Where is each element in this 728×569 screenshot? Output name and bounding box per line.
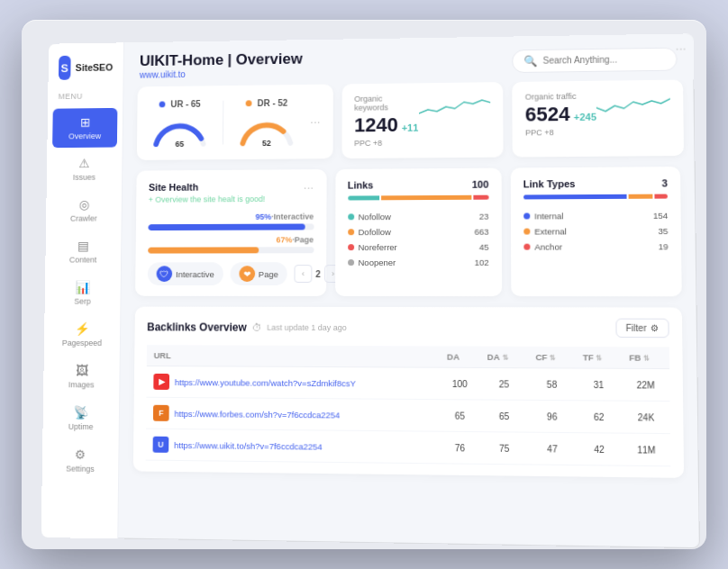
- sidebar-item-issues[interactable]: ⚠ Issues: [51, 149, 116, 188]
- table-row: U https://www.uikit.to/sh?v=7f6ccdca2254…: [146, 429, 671, 466]
- backlinks-header: Backlinks Overview ⏱ Last update 1 day a…: [147, 318, 669, 339]
- sidebar-item-crawler[interactable]: ◎ Crawler: [51, 190, 117, 230]
- ur-label: UR - 65: [159, 99, 201, 109]
- organic-traffic-value: 6524 +245: [525, 103, 596, 127]
- sidebar-item-label: Images: [68, 380, 95, 389]
- logo-icon: S: [59, 56, 70, 80]
- page-progress-row: 67%·Page: [148, 235, 314, 253]
- page-badge-icon: ❤: [239, 266, 255, 282]
- link-types-card: Link Types 3 Internal 154: [510, 167, 681, 296]
- fb-cell: 22M: [622, 368, 670, 401]
- sidebar-item-label: Issues: [73, 173, 96, 182]
- interactive-badge: 🛡 Interactive: [148, 262, 223, 285]
- organic-traffic-inner: Organic traffic 6524 +245 PPC +8: [525, 91, 671, 138]
- organic-keywords-label: Organic keywords: [354, 94, 418, 113]
- favicon: F: [153, 405, 169, 421]
- sidebar-item-serp[interactable]: 📊 Serp: [50, 273, 115, 312]
- page-progress-fill: [148, 247, 259, 253]
- internal-label: Internal: [523, 211, 564, 221]
- backlinks-tbody: ▶ https://www.youtube.com/watch?v=sZdmki…: [146, 366, 671, 465]
- url-text[interactable]: https://www.youtube.com/watch?v=sZdmkif8…: [175, 377, 356, 388]
- sidebar: S SiteSEO Menu ⊞ Overview ⚠ Issues ◎ Cra…: [41, 42, 124, 538]
- serp-icon: 📊: [75, 280, 90, 294]
- sidebar-item-overview[interactable]: ⊞ Overview: [52, 108, 117, 148]
- pagespeed-icon: ⚡: [75, 321, 90, 336]
- link-types-title: Link Types: [523, 178, 576, 189]
- da2-cell: 25: [480, 367, 529, 400]
- internal-value: 154: [653, 211, 669, 221]
- cf-cell: 58: [528, 368, 576, 401]
- filter-icon: ⚙: [651, 323, 659, 333]
- col-cf[interactable]: CF: [528, 347, 576, 368]
- tf-cell: 62: [576, 401, 623, 433]
- sidebar-item-content[interactable]: ▤ Content: [50, 231, 116, 271]
- col-da2[interactable]: DA: [480, 347, 529, 368]
- ur-dr-more[interactable]: ···: [310, 114, 321, 129]
- traffic-sparkline: [596, 91, 670, 117]
- interactive-progress-bg: [148, 223, 314, 230]
- col-url: URL: [147, 345, 440, 367]
- page-suffix: ·Page: [292, 235, 314, 244]
- prev-page-btn[interactable]: ‹: [295, 265, 313, 283]
- links-bar-seg-1: [348, 195, 379, 200]
- sidebar-item-uptime[interactable]: 📡 Uptime: [48, 398, 114, 438]
- crawler-icon: ◎: [78, 197, 89, 212]
- search-input[interactable]: [543, 54, 666, 66]
- anchor-label: Anchor: [523, 242, 562, 252]
- links-title: Links: [348, 180, 374, 191]
- page-progress-bg: [148, 247, 314, 253]
- noopener-value: 102: [474, 257, 488, 267]
- external-value: 35: [658, 226, 668, 236]
- sidebar-item-settings[interactable]: ⚙ Settings: [47, 439, 113, 481]
- url-text[interactable]: https://www.forbes.com/sh?v=7f6ccdca2254: [174, 408, 340, 420]
- link-types-bar-seg-1: [523, 194, 627, 200]
- link-row-noopener: Noopener 102: [348, 255, 489, 270]
- page-badge-label: Page: [259, 269, 278, 279]
- url-text[interactable]: https://www.uikit.to/sh?v=7f6ccdca2254: [174, 439, 323, 451]
- fb-cell: 24K: [622, 401, 670, 433]
- ur-gauge: 65: [149, 112, 210, 148]
- logo-text: SiteSEO: [76, 62, 114, 73]
- svg-text:65: 65: [175, 140, 184, 148]
- issues-icon: ⚠: [78, 157, 90, 171]
- content-icon: ▤: [77, 239, 89, 253]
- backlinks-title-row: Backlinks Overview ⏱ Last update 1 day a…: [147, 321, 347, 334]
- content-area: UR - 65 65 DR - 52: [118, 79, 700, 548]
- screen: S SiteSEO Menu ⊞ Overview ⚠ Issues ◎ Cra…: [41, 33, 700, 548]
- tf-cell: 31: [576, 368, 623, 401]
- link-types-bar-seg-2: [629, 194, 653, 199]
- link-row-nofollow: Nofollow 23: [348, 209, 489, 225]
- dr-dot: [246, 100, 252, 106]
- backlinks-table: URL DA DA CF TF FB ▶: [146, 345, 671, 466]
- top-cards-row: UR - 65 65 DR - 52: [137, 80, 680, 160]
- sidebar-item-label: Uptime: [68, 422, 94, 431]
- organic-traffic-label: Organic traffic: [525, 92, 596, 102]
- ur-dr-card: UR - 65 65 DR - 52: [137, 85, 333, 160]
- filter-button[interactable]: Filter ⚙: [615, 319, 669, 339]
- sidebar-item-images[interactable]: 🖼 Images: [49, 357, 114, 397]
- organic-traffic-ppc: PPC +8: [525, 128, 596, 138]
- dr-label: DR - 52: [246, 97, 287, 107]
- search-bar[interactable]: 🔍: [512, 47, 678, 72]
- site-health-more[interactable]: ···: [304, 180, 314, 194]
- table-row: F https://www.forbes.com/sh?v=7f6ccdca22…: [146, 397, 670, 433]
- sidebar-item-label: Settings: [66, 465, 95, 474]
- col-fb[interactable]: FB: [622, 347, 669, 368]
- keywords-sparkline: [419, 93, 491, 119]
- nofollow-label: Nofollow: [348, 212, 391, 221]
- organic-keywords-ppc: PPC +8: [354, 139, 419, 149]
- uptime-icon: 📡: [73, 405, 88, 420]
- organic-keywords-inner: Organic keywords 1240 +11 PPC +8: [354, 93, 491, 148]
- col-tf[interactable]: TF: [576, 347, 622, 368]
- backlinks-table-wrap: URL DA DA CF TF FB ▶: [146, 345, 671, 466]
- sidebar-item-pagespeed[interactable]: ⚡ Pagespeed: [50, 314, 115, 355]
- links-count: 100: [472, 179, 489, 190]
- middle-cards-row: Site Health ··· + Overview the site heal…: [135, 167, 682, 296]
- da1-cell: 76: [440, 431, 480, 464]
- nofollow-value: 23: [479, 212, 489, 221]
- menu-label: Menu: [48, 91, 123, 107]
- ur-dot: [159, 101, 166, 107]
- dofollow-label: Dofollow: [348, 227, 391, 237]
- ur-gauge-block: UR - 65 65: [149, 98, 210, 147]
- filter-label: Filter: [626, 323, 647, 333]
